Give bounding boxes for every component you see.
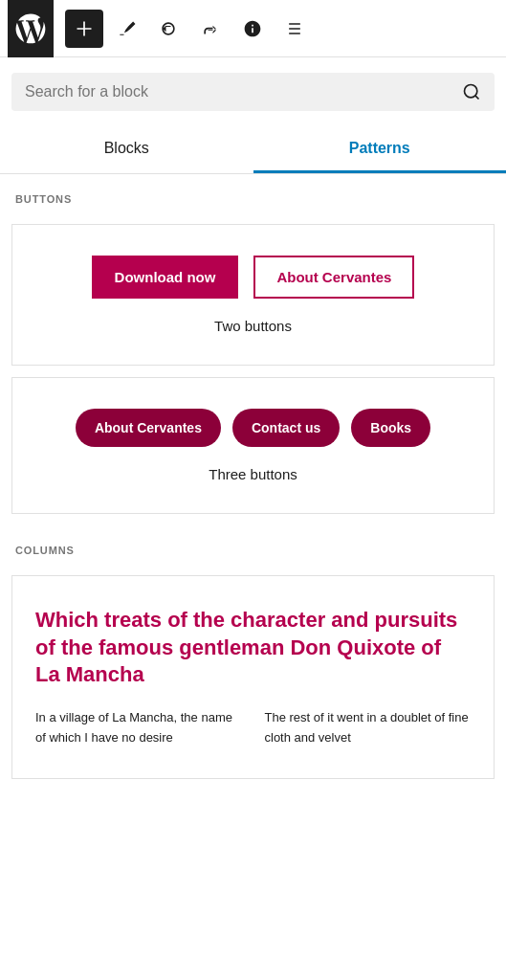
columns-heading: Which treats of the character and pursui… [35, 607, 471, 689]
undo-button[interactable] [149, 10, 187, 48]
edit-button[interactable] [107, 10, 145, 48]
buttons-preview-three: About Cervantes Contact us Books [76, 409, 430, 447]
about-cervantes-outline-button[interactable]: About Cervantes [253, 256, 414, 299]
tab-blocks[interactable]: Blocks [0, 126, 253, 173]
svg-line-1 [475, 96, 479, 100]
three-buttons-caption: Three buttons [209, 466, 297, 482]
search-box [11, 73, 495, 111]
add-block-button[interactable] [65, 10, 103, 48]
column-text-1: In a village of La Mancha, the name of w… [35, 708, 242, 748]
toolbar [0, 0, 506, 57]
download-now-button[interactable]: Download now [92, 256, 239, 299]
two-buttons-pattern[interactable]: Download now About Cervantes Two buttons [11, 224, 495, 366]
search-input[interactable] [25, 83, 454, 100]
columns-section-label: COLUMNS [0, 525, 506, 564]
search-area [0, 57, 506, 126]
column-text-2: The rest of it went in a doublet of fine… [265, 708, 472, 748]
books-button[interactable]: Books [351, 409, 430, 447]
svg-point-0 [465, 85, 477, 98]
content-area: BUTTONS Download now About Cervantes Two… [0, 174, 506, 779]
columns-body: In a village of La Mancha, the name of w… [35, 708, 471, 748]
buttons-preview-two: Download now About Cervantes [92, 256, 415, 299]
contact-us-button[interactable]: Contact us [232, 409, 340, 447]
redo-button[interactable] [191, 10, 230, 48]
search-button[interactable] [462, 82, 481, 101]
tab-patterns[interactable]: Patterns [253, 126, 507, 173]
two-buttons-caption: Two buttons [214, 318, 292, 334]
info-button[interactable] [233, 10, 272, 48]
three-buttons-pattern[interactable]: About Cervantes Contact us Books Three b… [11, 377, 495, 514]
tabs-area: Blocks Patterns [0, 126, 506, 174]
buttons-section-label: BUTTONS [0, 174, 506, 212]
about-cervantes-pill-button[interactable]: About Cervantes [76, 409, 221, 447]
menu-button[interactable] [275, 10, 314, 48]
columns-pattern[interactable]: Which treats of the character and pursui… [11, 575, 495, 779]
wp-logo [8, 0, 54, 57]
